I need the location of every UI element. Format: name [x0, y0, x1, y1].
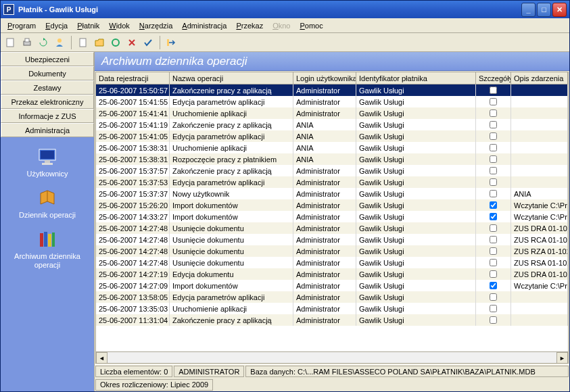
cell: Zakończenie pracy z aplikacją: [170, 314, 293, 326]
cell: 25-06-2007 15:37:53: [96, 176, 170, 188]
horizontal-scrollbar[interactable]: ◄ ►: [96, 351, 568, 363]
cell: Edycja dokumentu: [170, 268, 293, 280]
statusbar: Liczba elementów: 0 ADMINISTRATOR Baza d…: [95, 364, 569, 378]
tool-delete-icon[interactable]: [124, 35, 139, 50]
menu-płatnik[interactable]: Płatnik: [73, 20, 103, 31]
sidebar-button[interactable]: Administracja: [1, 123, 94, 137]
details-checkbox[interactable]: [490, 316, 497, 324]
details-checkbox[interactable]: [490, 293, 497, 301]
table-row[interactable]: 25-06-2007 15:38:31Uruchomienie aplikacj…: [96, 142, 568, 153]
menu-widok[interactable]: Widok: [105, 20, 134, 31]
tool-open-icon[interactable]: [92, 35, 107, 50]
cell-details: [476, 234, 511, 245]
column-header-date[interactable]: Data rejestracji: [96, 72, 170, 84]
sidebar-item-users[interactable]: Użytkownicy: [1, 144, 94, 181]
tool-refresh-icon[interactable]: [36, 35, 51, 50]
table-row[interactable]: 25-06-2007 13:35:03Uruchomienie aplikacj…: [96, 303, 568, 314]
table-row[interactable]: 25-06-2007 15:41:55Edycja parametrów apl…: [96, 96, 568, 107]
details-checkbox[interactable]: [490, 247, 497, 255]
cell-desc: ZUS RSA 01-102001: [511, 257, 568, 268]
cell: Gawlik Usługi: [356, 314, 476, 326]
table-row[interactable]: 25-06-2007 13:58:05Edycja parametrów apl…: [96, 291, 568, 303]
sidebar-item-archive[interactable]: Archiwum dziennika operacji: [1, 226, 94, 272]
menu-pomoc[interactable]: Pomoc: [295, 20, 327, 31]
maximize-button[interactable]: □: [537, 3, 551, 17]
table-row[interactable]: 25-06-2007 14:27:48Usunięcie dokumentuAd…: [96, 234, 568, 245]
cell: Gawlik Usługi: [356, 280, 476, 291]
tool-cycle-icon[interactable]: [108, 35, 123, 50]
scroll-right-arrow[interactable]: ►: [556, 352, 568, 364]
details-checkbox[interactable]: [490, 224, 497, 232]
sidebar-button[interactable]: Informacje z ZUS: [1, 109, 94, 123]
svg-rect-6: [167, 39, 169, 46]
details-checkbox[interactable]: [490, 190, 497, 197]
tool-send-icon[interactable]: [164, 35, 179, 50]
menu-administracja[interactable]: Administracja: [178, 20, 231, 31]
details-checkbox[interactable]: [490, 98, 497, 105]
details-checkbox[interactable]: [490, 109, 497, 117]
details-checkbox[interactable]: [490, 201, 497, 209]
details-checkbox[interactable]: [490, 87, 497, 94]
column-header-desc[interactable]: Opis zdarzenia: [511, 72, 568, 84]
table-row[interactable]: 25-06-2007 15:41:41Uruchomienie aplikacj…: [96, 107, 568, 119]
menu-narzędzia[interactable]: Narzędzia: [135, 20, 177, 31]
details-checkbox[interactable]: [490, 236, 497, 243]
sidebar-button[interactable]: Zestawy: [1, 80, 94, 95]
sidebar-button[interactable]: Przekaz elektroniczny: [1, 95, 94, 109]
sidebar-button[interactable]: Dokumenty: [1, 66, 94, 80]
close-button[interactable]: ✕: [552, 3, 567, 17]
cell: Administrator: [293, 107, 356, 119]
details-checkbox[interactable]: [490, 155, 497, 163]
details-checkbox[interactable]: [490, 259, 497, 266]
cell: Usunięcie dokumentu: [170, 245, 293, 257]
cell: Usunięcie dokumentu: [170, 222, 293, 234]
scroll-track[interactable]: [108, 352, 556, 363]
details-checkbox[interactable]: [490, 270, 497, 278]
svg-rect-10: [42, 163, 53, 165]
tool-print-icon[interactable]: [20, 35, 34, 50]
table-row[interactable]: 25-06-2007 15:37:57Zakończenie pracy z a…: [96, 165, 568, 176]
details-checkbox[interactable]: [490, 121, 497, 128]
column-header-payer[interactable]: Identyfikator płatnika: [356, 72, 476, 84]
toolbar: [1, 33, 569, 52]
minimize-button[interactable]: _: [521, 3, 536, 17]
column-header-login[interactable]: Login użytkownika: [293, 72, 356, 84]
tool-doc-icon[interactable]: [76, 35, 91, 50]
sidebar-button[interactable]: Ubezpieczeni: [1, 52, 94, 66]
details-checkbox[interactable]: [490, 132, 497, 140]
table-row[interactable]: 25-06-2007 15:26:20Import dokumentówAdmi…: [96, 199, 568, 211]
cell-details: [476, 211, 511, 222]
sidebar-item-log[interactable]: Dziennik operacji: [1, 185, 94, 222]
table-row[interactable]: 25-06-2007 15:37:53Edycja parametrów apl…: [96, 176, 568, 188]
table-row[interactable]: 25-06-2007 15:41:19Zakończenie pracy z a…: [96, 119, 568, 130]
details-checkbox[interactable]: [490, 213, 497, 220]
cell-desc: [511, 84, 568, 96]
details-checkbox[interactable]: [490, 178, 497, 186]
table-row[interactable]: 25-06-2007 15:37:37Nowy użytkownikAdmini…: [96, 188, 568, 199]
table-row[interactable]: 25-06-2007 15:50:57Zakończenie pracy z a…: [96, 84, 568, 96]
table-row[interactable]: 25-06-2007 14:27:19Edycja dokumentuAdmin…: [96, 268, 568, 280]
tool-user-icon[interactable]: [52, 35, 67, 50]
menu-program[interactable]: Program: [3, 20, 40, 31]
table-row[interactable]: 25-06-2007 14:33:27Import dokumentówAdmi…: [96, 211, 568, 222]
column-header-details[interactable]: Szczegóły: [476, 72, 511, 84]
menu-przekaz[interactable]: Przekaz: [232, 20, 267, 31]
tool-new-icon[interactable]: [3, 35, 18, 50]
scroll-left-arrow[interactable]: ◄: [96, 352, 108, 364]
table-row[interactable]: 25-06-2007 14:27:09Import dokumentówAdmi…: [96, 280, 568, 291]
tool-check-icon[interactable]: [141, 35, 156, 50]
table-row[interactable]: 25-06-2007 14:27:48Usunięcie dokumentuAd…: [96, 245, 568, 257]
details-checkbox[interactable]: [490, 167, 497, 174]
details-checkbox[interactable]: [490, 282, 497, 289]
table-row[interactable]: 25-06-2007 14:27:48Usunięcie dokumentuAd…: [96, 222, 568, 234]
details-checkbox[interactable]: [490, 305, 497, 312]
status-db: Baza danych: C:\...RAM FILES\ASSECO POLA…: [245, 366, 569, 377]
table-row[interactable]: 25-06-2007 14:27:48Usunięcie dokumentuAd…: [96, 257, 568, 268]
details-checkbox[interactable]: [490, 144, 497, 151]
window-title: Płatnik - Gawlik Usługi: [18, 5, 521, 14]
menu-edycja[interactable]: Edycja: [41, 20, 72, 31]
table-row[interactable]: 25-06-2007 15:41:05Edycja parametrów apl…: [96, 130, 568, 142]
table-row[interactable]: 25-06-2007 11:31:04Zakończenie pracy z a…: [96, 314, 568, 326]
column-header-operation[interactable]: Nazwa operacji: [170, 72, 293, 84]
table-row[interactable]: 25-06-2007 15:38:31Rozpoczęcie pracy z p…: [96, 153, 568, 165]
